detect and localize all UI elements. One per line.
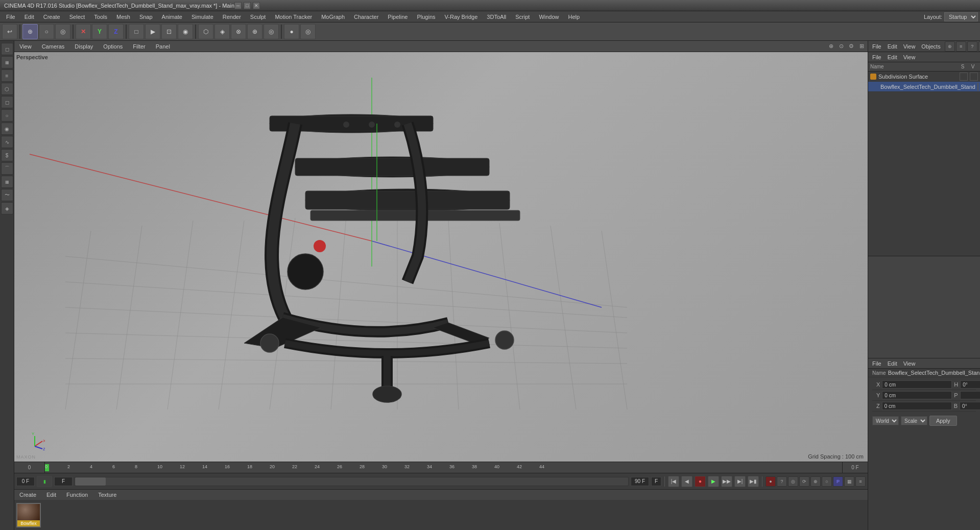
sidebar-texture[interactable]: ◈ — [1, 202, 13, 214]
close-button[interactable]: ✕ — [253, 2, 260, 9]
menu-mesh[interactable]: Mesh — [112, 13, 134, 21]
menu-snap[interactable]: Snap — [135, 13, 157, 21]
render-button[interactable]: □ — [129, 24, 144, 39]
menu-simulate[interactable]: Simulate — [187, 13, 218, 21]
timeline-mode5[interactable]: ≡ — [855, 476, 866, 487]
viewport-menu-display[interactable]: Display — [71, 42, 96, 51]
om-s-toggle-subdivision[interactable] — [960, 73, 968, 81]
menu-plugins[interactable]: Plugins — [413, 13, 439, 21]
prev-frame-button[interactable]: ◀ — [681, 476, 692, 487]
timeline-ruler[interactable]: 0 2 4 6 8 10 12 14 16 18 20 22 24 26 28 … — [45, 462, 842, 473]
rp-icon3[interactable]: ? — [967, 41, 977, 52]
rotate-tool-button[interactable]: ◎ — [55, 24, 70, 39]
apply-button[interactable]: Apply — [929, 416, 957, 426]
current-frame-input[interactable] — [16, 477, 35, 486]
rp-icon2[interactable]: ≡ — [956, 41, 966, 52]
sidebar-spline[interactable]: ∿ — [1, 136, 13, 148]
uv-mode-button[interactable]: ◎ — [264, 24, 279, 39]
timeline-mode4[interactable]: ▦ — [844, 476, 854, 487]
viewport-menu-cameras[interactable]: Cameras — [39, 42, 68, 51]
om-edit[interactable]: Edit — [886, 53, 899, 61]
rp-file[interactable]: File — [870, 42, 883, 51]
poly-mode-button[interactable]: ⊕ — [247, 24, 262, 39]
ap-edit[interactable]: Edit — [886, 359, 899, 368]
viewport-icon-layout[interactable]: ⊞ — [857, 42, 866, 51]
go-to-start-button[interactable]: |◀ — [668, 476, 679, 487]
menu-tools[interactable]: Tools — [90, 13, 111, 21]
viewport-icon-scale[interactable]: ⊙ — [837, 42, 845, 51]
constraint-button[interactable]: ◎ — [300, 24, 316, 39]
b-coord-input[interactable] — [960, 402, 980, 410]
menu-pipeline[interactable]: Pipeline — [384, 13, 412, 21]
rp-icon1[interactable]: ⊕ — [945, 41, 955, 52]
scale-tool-button[interactable]: ○ — [39, 24, 54, 39]
render-region-button[interactable]: ⊡ — [161, 24, 177, 39]
sidebar-checkerboard[interactable]: ▦ — [1, 56, 13, 68]
minimize-button[interactable]: ─ — [234, 2, 242, 9]
x-coord-input[interactable] — [882, 380, 952, 389]
ap-view[interactable]: View — [901, 359, 918, 368]
material-create[interactable]: Create — [16, 491, 39, 499]
record-button[interactable]: ● — [695, 476, 706, 487]
material-function[interactable]: Function — [63, 491, 91, 499]
viewport-icon-move[interactable]: ⊕ — [827, 42, 835, 51]
auto-key-button[interactable]: ● — [766, 476, 776, 487]
p-coord-input[interactable] — [960, 391, 980, 399]
key-button[interactable]: ? — [777, 476, 787, 487]
menu-character[interactable]: Character — [350, 13, 383, 21]
play-reverse-button[interactable]: ▶▶ — [721, 476, 732, 487]
viewport-menu-view[interactable]: View — [16, 42, 35, 51]
h-coord-input[interactable] — [960, 380, 980, 389]
y-coord-input[interactable] — [882, 391, 952, 399]
menu-sculpt[interactable]: Sculpt — [246, 13, 270, 21]
menu-vray-bridge[interactable]: V-Ray Bridge — [441, 13, 482, 21]
maximize-button[interactable]: □ — [244, 2, 251, 9]
undo-button[interactable]: ↩ — [2, 24, 17, 39]
x-axis-button[interactable]: ✕ — [76, 24, 91, 39]
timeline-scrub-area[interactable] — [75, 477, 629, 486]
frame-mode-button[interactable]: ◎ — [788, 476, 798, 487]
rp-view[interactable]: View — [901, 42, 918, 51]
sidebar-cube[interactable]: ◻ — [1, 96, 13, 108]
viewport-menu-filter[interactable]: Filter — [130, 42, 148, 51]
sidebar-cylinder[interactable]: ○ — [1, 109, 13, 122]
om-v-toggle-subdivision[interactable] — [970, 73, 978, 81]
menu-select[interactable]: Select — [65, 13, 89, 21]
menu-create[interactable]: Create — [39, 13, 64, 21]
sidebar-poly[interactable]: ⬡ — [1, 83, 13, 95]
z-coord-input[interactable] — [882, 402, 952, 410]
menu-3dtoall[interactable]: 3DToAll — [483, 13, 510, 21]
viewport-container[interactable]: View Cameras Display Options Filter Pane… — [14, 41, 868, 462]
material-texture[interactable]: Texture — [95, 491, 119, 499]
window-controls[interactable]: ─ □ ✕ — [234, 2, 260, 9]
menu-render[interactable]: Render — [219, 13, 245, 21]
om-file[interactable]: File — [870, 53, 883, 61]
z-axis-button[interactable]: Z — [108, 24, 124, 39]
scale-dropdown[interactable]: Scale — [901, 416, 927, 425]
world-dropdown[interactable]: World — [872, 416, 899, 425]
total-frames-input[interactable] — [631, 477, 649, 486]
render-active-view-button[interactable]: ◉ — [178, 24, 193, 39]
go-to-end-button[interactable]: ▶▮ — [748, 476, 759, 487]
menu-mograph[interactable]: MoGraph — [317, 13, 349, 21]
menu-motion-tracker[interactable]: Motion Tracker — [271, 13, 316, 21]
timeline-mode3[interactable]: P — [833, 476, 843, 487]
sidebar-sphere[interactable]: ◉ — [1, 123, 13, 135]
menu-animate[interactable]: Animate — [158, 13, 186, 21]
sidebar-layers[interactable]: ≡ — [1, 69, 13, 82]
loop-button[interactable]: ⟳ — [799, 476, 809, 487]
menu-window[interactable]: Window — [535, 13, 563, 21]
frame-type-input[interactable] — [651, 477, 661, 486]
viewport-3d[interactable]: X Z Y Perspective Grid Spacing : 100 cm … — [14, 52, 868, 462]
sidebar-checker2[interactable]: ▦ — [1, 176, 13, 188]
sidebar-object-tool[interactable]: ◻ — [1, 43, 13, 55]
om-view[interactable]: View — [901, 53, 918, 61]
ap-file[interactable]: File — [870, 359, 883, 368]
viewport-icon-settings[interactable]: ⚙ — [847, 42, 855, 51]
layout-dropdown[interactable]: Startup — [944, 12, 978, 21]
om-row-subdivision[interactable]: Subdivision Surface — [868, 71, 980, 82]
timeline-green-marker[interactable]: ▮ — [37, 476, 52, 487]
timeline-mode1[interactable]: ⊕ — [810, 476, 821, 487]
edge-mode-button[interactable]: ⊗ — [231, 24, 246, 39]
play-button[interactable]: ▶ — [708, 476, 719, 487]
